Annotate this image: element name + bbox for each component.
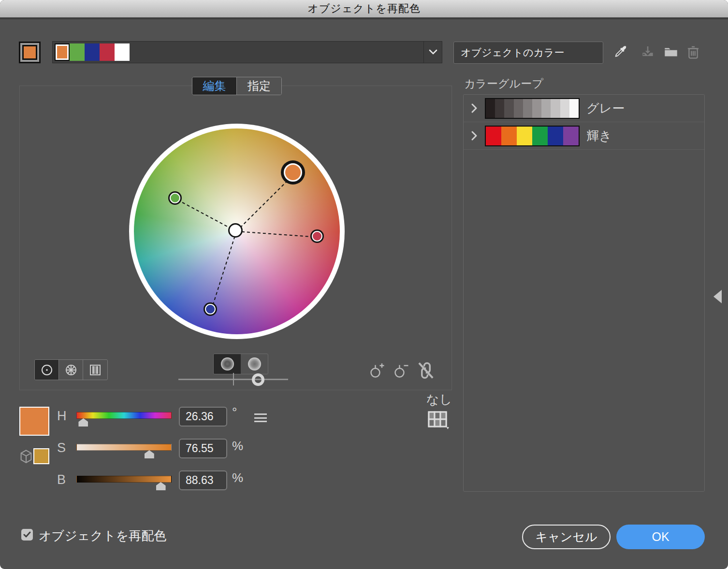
color-groups-panel: グレー 輝き (463, 94, 705, 492)
brightness-slider-track[interactable] (76, 476, 172, 483)
color-groups-header: カラーグループ (464, 76, 543, 91)
color-swatch[interactable] (541, 99, 551, 118)
color-swatch[interactable] (563, 127, 579, 145)
recolor-artwork-dialog: オブジェクトを再配色 編集 指定 (0, 0, 728, 569)
chevron-right-icon[interactable] (464, 103, 485, 114)
wheel-handle-base[interactable] (284, 163, 302, 182)
color-swatch[interactable] (85, 43, 100, 61)
cancel-button[interactable]: キャンセル (522, 525, 611, 549)
group-name: 輝き (586, 128, 612, 144)
chevron-down-icon (429, 49, 437, 55)
hue-unit: ° (232, 405, 237, 420)
color-swatch[interactable] (55, 43, 70, 61)
color-swatch[interactable] (514, 99, 523, 118)
brightness-value-box[interactable]: 88.63 (179, 470, 227, 490)
saturation-label: S (57, 441, 72, 455)
object-colors-bar[interactable] (52, 41, 442, 63)
color-bars-icon (89, 364, 102, 376)
color-swatch[interactable] (523, 99, 532, 118)
hue-slider-handle[interactable] (78, 418, 88, 427)
collapse-panel-arrow[interactable] (713, 290, 722, 303)
hue-value-box[interactable]: 26.36 (179, 407, 227, 427)
wheel-handle-center[interactable] (228, 223, 243, 238)
brightness-view-icon (248, 357, 261, 370)
add-color-tool-button[interactable] (368, 360, 387, 381)
tab-edit[interactable]: 編集 (192, 77, 237, 95)
hue-label: H (57, 409, 72, 424)
saturation-unit: % (232, 439, 243, 454)
hue-slider-track[interactable] (76, 412, 172, 419)
segmented-wheel-icon (65, 364, 77, 376)
color-swatch[interactable] (115, 43, 130, 61)
title-bar[interactable]: オブジェクトを再配色 (0, 0, 728, 19)
wheel-handle-green[interactable] (170, 193, 180, 203)
saturation-view-icon (221, 357, 234, 370)
new-color-group-button[interactable] (662, 43, 680, 61)
saturation-value-box[interactable]: 76.55 (179, 439, 227, 458)
wheel-handle-red[interactable] (312, 231, 322, 242)
color-swatch[interactable] (532, 127, 548, 145)
group-swatch-strip (485, 126, 580, 146)
limit-swatch-library-button[interactable] (427, 411, 450, 433)
color-swatch[interactable] (504, 99, 513, 118)
slider-center-tick (233, 373, 234, 385)
color-swatch[interactable] (70, 43, 85, 61)
trash-icon (686, 44, 700, 60)
color-swatch[interactable] (532, 99, 541, 118)
group-swatch-strip (485, 98, 580, 119)
color-bar-dropdown-button[interactable] (423, 42, 442, 63)
gamut-color-swatch[interactable] (33, 448, 49, 464)
folder-icon (663, 44, 679, 60)
color-swatch[interactable] (560, 99, 569, 118)
color-swatch[interactable] (517, 127, 532, 145)
segmented-wheel-button[interactable] (59, 360, 83, 380)
color-swatch[interactable] (486, 127, 501, 145)
color-swatch[interactable] (501, 127, 517, 145)
current-color-fill (22, 45, 37, 60)
hsb-menu-icon[interactable] (254, 413, 267, 422)
unlink-harmony-icon (417, 361, 435, 380)
checkmark-icon (23, 531, 31, 538)
ok-button[interactable]: OK (616, 525, 705, 549)
current-color-swatch[interactable] (19, 42, 41, 63)
wheel-brightness-slider-handle[interactable] (252, 373, 264, 386)
unlink-harmony-button[interactable] (416, 360, 436, 381)
recolor-artwork-checkbox[interactable] (21, 529, 33, 541)
eyedropper-icon (613, 44, 628, 60)
chevron-right-icon[interactable] (464, 130, 485, 141)
limit-library-label: なし (406, 391, 452, 408)
show-brightness-button[interactable] (241, 354, 268, 374)
eyedropper-button[interactable] (612, 43, 629, 61)
delete-color-group-button[interactable] (684, 43, 702, 61)
saturation-slider-handle[interactable] (145, 450, 154, 458)
color-group-row-gray[interactable]: グレー (464, 95, 704, 122)
remove-color-tool-button[interactable] (392, 360, 411, 381)
out-of-gamut-cube-icon[interactable] (19, 449, 33, 466)
save-color-group-button[interactable] (639, 43, 656, 61)
dialog-title: オブジェクトを再配色 (307, 1, 421, 16)
color-wheel-panel (19, 85, 452, 390)
hsb-preview-swatch (19, 407, 49, 436)
color-swatch[interactable] (486, 99, 495, 118)
saturation-slider-track[interactable] (76, 444, 172, 451)
mode-tabs: 編集 指定 (192, 77, 282, 95)
recolor-artwork-checkbox-label[interactable]: オブジェクトを再配色 (39, 527, 166, 544)
group-name: グレー (586, 100, 625, 117)
color-bars-button[interactable] (83, 360, 107, 380)
save-group-icon (640, 44, 655, 60)
add-color-icon (369, 362, 386, 379)
color-swatch[interactable] (569, 99, 579, 118)
color-swatch[interactable] (495, 99, 504, 118)
show-saturation-button[interactable] (214, 354, 241, 374)
smooth-wheel-button[interactable] (35, 360, 59, 380)
color-group-row-bright[interactable]: 輝き (464, 122, 704, 150)
color-group-name-field[interactable] (453, 42, 603, 64)
wheel-view-toggle (34, 359, 108, 380)
color-swatch[interactable] (548, 127, 563, 145)
color-wheel[interactable] (129, 124, 345, 339)
color-swatch[interactable] (100, 43, 115, 61)
color-swatch[interactable] (551, 99, 560, 118)
wheel-handle-blue[interactable] (205, 304, 216, 314)
brightness-slider-handle[interactable] (156, 482, 166, 490)
tab-assign[interactable]: 指定 (237, 77, 281, 95)
